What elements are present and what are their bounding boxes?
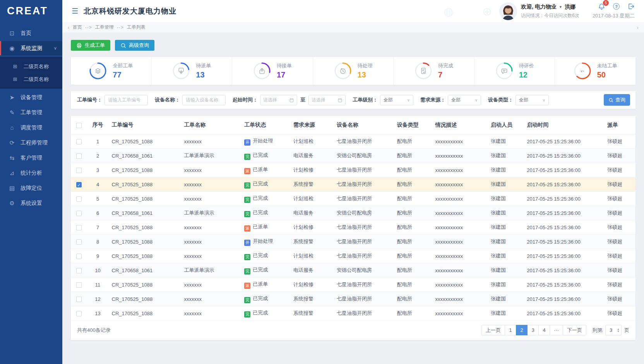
table-row[interactable]: 8 CR_170525_1088 xxxxxxx 开开始处理 系统报警 七星油脂…: [71, 235, 635, 249]
order-level-select[interactable]: 全部∨: [380, 95, 413, 105]
demand-source-select[interactable]: 全部∨: [448, 95, 481, 105]
table-row[interactable]: 12 CR_170525_1088 xxxxxxx 完已完成 系统报警 七星油脂…: [71, 292, 635, 306]
table-row[interactable]: 9 CR_170525_1088 xxxxxxx 完已完成 计划巡检 七星油脂开…: [71, 249, 635, 263]
page-button[interactable]: 4: [538, 325, 550, 335]
row-checkbox[interactable]: [76, 139, 82, 144]
stat-card[interactable]: 待处理 13: [313, 57, 394, 85]
calendar-icon: [337, 98, 343, 103]
sidebar-item[interactable]: ⟳ 工程师管理: [0, 136, 62, 150]
sidebar-item[interactable]: ✎ 工单管理: [0, 105, 62, 120]
table-row[interactable]: 7 CR_170525_1088 xxxxxxx 派已派单 计划检修 七星油脂开…: [71, 220, 635, 235]
stat-card[interactable]: 全部工单 77: [71, 57, 152, 85]
row-checkbox[interactable]: [76, 168, 82, 173]
device-name-input[interactable]: [182, 95, 226, 105]
menu-list-icon[interactable]: ☰: [72, 7, 78, 15]
search-button[interactable]: 查询: [604, 94, 630, 106]
table-row[interactable]: 6 CR_170658_1061 工单派单演示 完已完成 电话服务 安德公司配电…: [71, 206, 635, 220]
cell-starter: 张建国: [488, 149, 524, 163]
cell-status: 完已完成: [241, 249, 290, 263]
cell-order-name: xxxxxxx: [181, 192, 242, 206]
page-ellipsis[interactable]: ···: [550, 325, 563, 335]
row-checkbox[interactable]: [76, 282, 82, 288]
stat-card[interactable]: 待接单 17: [232, 57, 313, 85]
sidebar-item-label: 故障定位: [21, 185, 42, 192]
sidebar-item[interactable]: ◉ 系统监测 ∨: [0, 41, 62, 55]
cell-description: xxxxxxxxxxx: [432, 206, 487, 220]
table-row[interactable]: 13 CR_170525_1088 xxxxxxx 完已完成 系统报警 七星油脂…: [71, 306, 635, 321]
table-row[interactable]: 5 CR_170525_1088 xxxxxxx 完已完成 计划巡检 七星油脂开…: [71, 192, 635, 206]
cell-order-no: CR_170525_1088: [109, 177, 181, 192]
sidebar-item[interactable]: ⊞ 二级页名称: [0, 73, 62, 86]
cell-start-time: 2017-05-25 15:25:36:00: [524, 249, 604, 263]
page-button[interactable]: 1: [505, 325, 516, 335]
select-all-checkbox[interactable]: [76, 123, 82, 128]
sidebar-item[interactable]: ⊿ 统计分析: [0, 166, 62, 180]
avatar[interactable]: [499, 2, 517, 20]
table-row[interactable]: ✓ 4 CR_170525_1088 xxxxxxx 完已完成 系统报警 七星油…: [71, 177, 635, 192]
row-checkbox[interactable]: [76, 225, 82, 230]
filter-bar: 工单编号： 设备名称： 起始时间： 请选择 至 请选择: [71, 91, 635, 109]
table-row[interactable]: 10 CR_170658_1061 工单派单演示 完已完成 电话服务 安德公司配…: [71, 263, 635, 278]
cell-no: 11: [87, 278, 109, 292]
table-row[interactable]: 3 CR_170525_1088 xxxxxxx 派已派单 计划检修 七星油脂开…: [71, 163, 635, 177]
goto-page-input[interactable]: 3 ▲▼: [605, 325, 622, 335]
cell-source: 计划检修: [290, 278, 334, 292]
cell-no: 3: [87, 163, 109, 177]
stat-text: 待完成 7: [438, 62, 453, 79]
cell-starter: 张建国: [488, 249, 524, 263]
row-checkbox[interactable]: [76, 254, 82, 259]
demand-source-label: 需求来源：: [420, 96, 445, 103]
create-order-button[interactable]: 生成工单: [71, 40, 110, 51]
chevron-right-icon[interactable]: ›: [637, 24, 639, 31]
stat-card[interactable]: ¥× 未结工单 50: [555, 57, 635, 85]
stat-card[interactable]: 待完成 7: [394, 57, 474, 85]
col-header: 工单编号: [109, 116, 181, 134]
chevron-down-icon: ∨: [54, 46, 57, 51]
row-checkbox[interactable]: [76, 239, 82, 245]
advanced-search-button[interactable]: 高级查询: [115, 40, 154, 51]
cell-starter: 张建国: [488, 235, 524, 249]
col-header: 工单状态: [241, 116, 290, 134]
status-badge: 派: [244, 168, 250, 174]
start-date-picker[interactable]: 请选择: [260, 95, 297, 105]
prev-page-button[interactable]: 上一页: [481, 325, 505, 335]
stat-value: 17: [277, 70, 292, 79]
breadcrumb-item[interactable]: 工单管理: [95, 24, 114, 31]
row-checkbox[interactable]: [76, 153, 82, 159]
page-button[interactable]: 3: [527, 325, 539, 335]
sidebar-item[interactable]: ⊡ 首页: [0, 26, 62, 40]
row-checkbox[interactable]: [76, 297, 82, 302]
sidebar-item[interactable]: ⚙ 系统设置: [0, 196, 62, 210]
sidebar-item[interactable]: ⊞ 二级页名称: [0, 60, 62, 73]
cell-description: xxxxxxxxxxx: [432, 292, 487, 306]
chevron-left-icon[interactable]: ‹: [68, 24, 70, 31]
table-row[interactable]: 11 CR_170525_1088 xxxxxxx 派已派单 计划检修 七星油脂…: [71, 278, 635, 292]
breadcrumb-item[interactable]: 首页: [73, 24, 82, 31]
bell-icon[interactable]: 5: [598, 3, 605, 10]
col-header: 情况描述: [432, 116, 487, 134]
end-date-picker[interactable]: 请选择: [308, 95, 346, 105]
table-row[interactable]: 1 CR_170525_1088 xxxxxxx 开开始处理 计划巡检 七星油脂…: [71, 134, 635, 149]
breadcrumb-item[interactable]: 工单列表: [127, 24, 146, 31]
stat-card[interactable]: 待派单 13: [152, 57, 233, 85]
help-icon[interactable]: ?: [613, 3, 620, 10]
row-checkbox[interactable]: [76, 196, 82, 202]
cell-device-name: 安德公司配电房: [334, 206, 394, 220]
table-row[interactable]: 2 CR_170658_1061 工单派单演示 完已完成 电话服务 安德公司配电…: [71, 149, 635, 163]
order-no-input[interactable]: [104, 95, 148, 105]
next-page-button[interactable]: 下一页: [563, 325, 586, 335]
row-checkbox[interactable]: [76, 211, 82, 216]
row-checkbox[interactable]: ✓: [76, 182, 82, 187]
sidebar-item[interactable]: ➤ 设备管理: [0, 90, 62, 105]
row-checkbox[interactable]: [76, 311, 82, 316]
spinner-arrows-icon[interactable]: ▲▼: [617, 328, 620, 333]
sidebar-item[interactable]: ⌂ 调度管理: [0, 120, 62, 135]
sidebar-item[interactable]: ▤ 故障定位: [0, 181, 62, 195]
stat-card[interactable]: 待评价 12: [474, 57, 555, 85]
device-type-select[interactable]: 全部∨: [516, 95, 549, 105]
row-checkbox[interactable]: [76, 268, 82, 273]
page-button[interactable]: 2: [516, 325, 528, 335]
sidebar-item[interactable]: ⇆ 客户管理: [0, 151, 62, 165]
logout-icon[interactable]: [627, 3, 635, 10]
chevron-down-icon[interactable]: ▼: [559, 5, 562, 9]
